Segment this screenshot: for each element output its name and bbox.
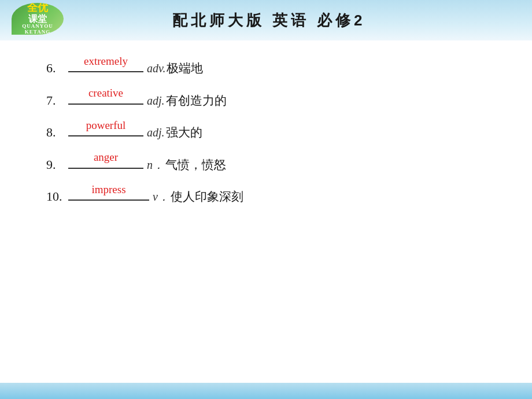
pos-7: adj. — [147, 91, 165, 110]
definition-8: 强大的 — [166, 123, 202, 143]
definition-6: 极端地 — [167, 59, 203, 79]
header: 全优 课堂 QUANYOU KETANG 配北师大版 英语 必修2 — [0, 0, 532, 40]
pos-6: adv. — [147, 59, 165, 77]
item-number-10: 10. — [46, 186, 68, 206]
main-content: 6. extremely adv. 极端地 7. creative adj. 有… — [0, 40, 532, 383]
vocab-item-10: 10. impress v． 使人印象深刻 — [46, 186, 486, 207]
logo-area: 全优 课堂 QUANYOU KETANG — [12, 3, 69, 38]
logo-top-char: 全优 — [12, 3, 64, 14]
logo-text: 全优 课堂 QUANYOU KETANG — [12, 3, 64, 35]
item-number-8: 8. — [46, 122, 68, 142]
item-number-6: 6. — [46, 58, 68, 78]
header-title: 配北师大版 英语 必修2 — [17, 10, 520, 31]
definition-10: 使人印象深刻 — [171, 187, 243, 207]
answer-7: creative — [68, 84, 143, 102]
blank-line-6: extremely — [68, 71, 143, 72]
answer-10: impress — [68, 181, 149, 198]
answer-8: powerful — [68, 117, 143, 134]
pos-9: n． — [147, 156, 164, 174]
vocab-item-9: 9. anger n． 气愤，愤怒 — [46, 154, 486, 175]
pos-8: adj. — [147, 123, 165, 142]
blank-line-8: powerful — [68, 135, 143, 136]
pos-10: v． — [153, 187, 169, 206]
logo-tagline: 课堂 — [12, 14, 64, 24]
blank-line-9: anger — [68, 168, 143, 169]
item-number-7: 7. — [46, 90, 68, 110]
definition-7: 有创造力的 — [166, 91, 227, 111]
blank-line-7: creative — [68, 104, 143, 105]
vocab-item-7: 7. creative adj. 有创造力的 — [46, 90, 486, 111]
bottom-bar — [0, 383, 532, 399]
blank-line-10: impress — [68, 200, 149, 201]
answer-6: extremely — [68, 53, 143, 70]
definition-9: 气愤，愤怒 — [165, 156, 226, 175]
answer-9: anger — [68, 149, 143, 166]
logo-bottom-chars: QUANYOU KETANG — [12, 24, 64, 35]
logo-leaf: 全优 课堂 QUANYOU KETANG — [12, 3, 64, 35]
vocab-item-8: 8. powerful adj. 强大的 — [46, 122, 486, 143]
item-number-9: 9. — [46, 154, 68, 175]
vocab-item-6: 6. extremely adv. 极端地 — [46, 58, 486, 79]
